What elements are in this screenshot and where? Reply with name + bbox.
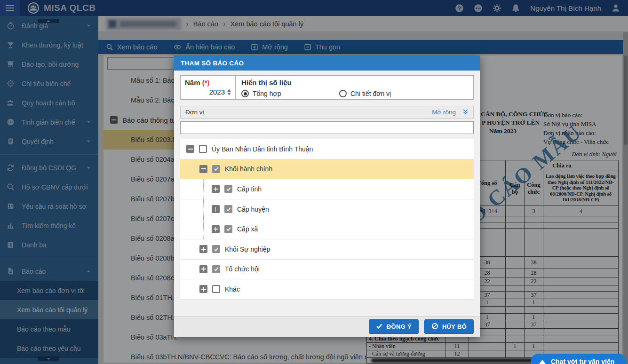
expand-node-icon[interactable] bbox=[212, 205, 220, 213]
expand-node-icon[interactable] bbox=[199, 285, 207, 293]
app-root: MISA QLCB ? Nguyễn Thị Bích Hạnh Đánh gi… bbox=[0, 0, 628, 364]
tree-checkbox[interactable] bbox=[212, 265, 220, 273]
tree-checkbox[interactable] bbox=[224, 205, 232, 213]
cancel-circle-icon bbox=[431, 323, 438, 331]
dialog-body: Năm (*) 2023 Hiển thị số liệu Tổng hợp bbox=[174, 71, 480, 316]
dialog-footer: ĐỒNG Ý HỦY BỎ bbox=[174, 316, 480, 337]
chat-support-button[interactable]: Chat với tư vấn viên bbox=[531, 354, 627, 364]
tree-row[interactable]: Khối Sự nghiệp bbox=[180, 239, 474, 260]
tree-checkbox[interactable] bbox=[212, 165, 220, 173]
cancel-button[interactable]: HỦY BỎ bbox=[424, 319, 474, 334]
expand-node-icon[interactable] bbox=[199, 245, 207, 253]
tree-row[interactable]: Cấp tỉnh bbox=[180, 179, 474, 199]
year-stepper[interactable] bbox=[227, 89, 231, 95]
radio-tong-hop[interactable]: Tổng hợp bbox=[241, 90, 339, 97]
tree-checkbox[interactable] bbox=[212, 285, 220, 293]
chat-arrow-icon bbox=[539, 360, 546, 364]
tree-row[interactable]: Tổ chức hội bbox=[180, 260, 474, 280]
expand-tree-link[interactable]: Mở rộng bbox=[432, 109, 469, 116]
unit-search-input[interactable] bbox=[180, 121, 474, 134]
tree-checkbox[interactable] bbox=[199, 145, 207, 153]
agree-button[interactable]: ĐỒNG Ý bbox=[369, 319, 419, 334]
unit-tree: Ủy Ban Nhân Dân tỉnh Bình ThuậnKhối hành… bbox=[180, 139, 474, 300]
unit-section-label: Đơn vị bbox=[185, 109, 204, 116]
radio-chi-tiet-don-vi[interactable]: Chi tiết đơn vị bbox=[339, 90, 437, 97]
double-chevron-down-icon bbox=[462, 109, 469, 116]
year-label: Năm (*) bbox=[185, 79, 231, 87]
tree-guide-line bbox=[203, 199, 204, 219]
tree-row[interactable]: Khối hành chính bbox=[180, 159, 474, 180]
expand-node-icon[interactable] bbox=[199, 265, 207, 273]
radio-unselected-icon bbox=[339, 90, 347, 97]
tree-guide-line bbox=[203, 219, 204, 239]
tree-checkbox[interactable] bbox=[212, 245, 220, 253]
tree-row[interactable]: Cấp huyện bbox=[180, 199, 474, 220]
display-mode-field: Hiển thị số liệu Tổng hợp Chi tiết đơn v… bbox=[236, 76, 473, 99]
expand-node-icon[interactable] bbox=[212, 225, 220, 233]
radio-selected-icon bbox=[241, 90, 249, 97]
dialog-title: THAM SỐ BÁO CÁO bbox=[174, 55, 480, 71]
expand-node-icon[interactable] bbox=[212, 185, 220, 193]
collapse-node-icon[interactable] bbox=[186, 145, 194, 153]
unit-section-header: Đơn vị Mở rộng bbox=[180, 106, 474, 119]
tree-guide-line bbox=[203, 179, 204, 199]
tree-checkbox[interactable] bbox=[224, 185, 232, 193]
params-box: Năm (*) 2023 Hiển thị số liệu Tổng hợp bbox=[180, 75, 474, 100]
year-input[interactable]: 2023 bbox=[209, 88, 225, 96]
tree-row[interactable]: Khác bbox=[180, 279, 474, 300]
tree-row[interactable]: Cấp xã bbox=[180, 219, 474, 239]
tree-checkbox[interactable] bbox=[224, 225, 232, 233]
year-field: Năm (*) 2023 bbox=[181, 76, 236, 99]
report-params-dialog: THAM SỐ BÁO CÁO Năm (*) 2023 Hiển thị số… bbox=[174, 55, 480, 337]
display-mode-label: Hiển thị số liệu bbox=[241, 79, 468, 87]
tree-row[interactable]: Ủy Ban Nhân Dân tỉnh Bình Thuận bbox=[180, 139, 474, 159]
collapse-node-icon[interactable] bbox=[199, 165, 207, 173]
check-icon bbox=[376, 323, 383, 331]
